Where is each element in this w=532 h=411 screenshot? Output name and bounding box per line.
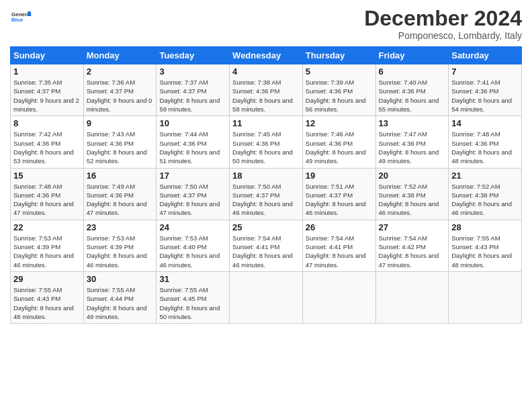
day-info: Sunrise: 7:39 AMSunset: 4:36 PMDaylight:…	[306, 79, 366, 113]
day-info: Sunrise: 7:50 AMSunset: 4:37 PMDaylight:…	[232, 183, 293, 217]
day-number: 5	[306, 66, 373, 77]
day-cell: 11 Sunrise: 7:45 AMSunset: 4:36 PMDaylig…	[230, 116, 303, 168]
day-cell: 18 Sunrise: 7:50 AMSunset: 4:37 PMDaylig…	[230, 168, 303, 220]
day-info: Sunrise: 7:49 AMSunset: 4:36 PMDaylight:…	[87, 183, 147, 217]
day-info: Sunrise: 7:44 AMSunset: 4:36 PMDaylight:…	[159, 130, 220, 165]
week-row-1: 1 Sunrise: 7:35 AMSunset: 4:37 PMDayligh…	[11, 64, 522, 116]
day-info: Sunrise: 7:35 AMSunset: 4:37 PMDaylight:…	[13, 79, 79, 113]
day-number: 24	[159, 222, 226, 232]
day-cell: 16 Sunrise: 7:49 AMSunset: 4:36 PMDaylig…	[83, 168, 157, 220]
day-info: Sunrise: 7:55 AMSunset: 4:45 PMDaylight:…	[159, 286, 220, 320]
day-cell: 2 Sunrise: 7:36 AMSunset: 4:37 PMDayligh…	[83, 64, 157, 116]
day-number: 23	[87, 222, 154, 232]
day-cell: 13 Sunrise: 7:47 AMSunset: 4:36 PMDaylig…	[375, 116, 449, 168]
day-cell	[230, 271, 303, 323]
day-number: 31	[159, 274, 226, 284]
header-tuesday: Tuesday	[157, 47, 230, 64]
week-row-5: 29 Sunrise: 7:55 AMSunset: 4:43 PMDaylig…	[11, 271, 522, 323]
day-cell: 31 Sunrise: 7:55 AMSunset: 4:45 PMDaylig…	[157, 271, 230, 323]
day-cell: 9 Sunrise: 7:43 AMSunset: 4:36 PMDayligh…	[83, 116, 157, 168]
day-cell: 15 Sunrise: 7:48 AMSunset: 4:36 PMDaylig…	[11, 168, 84, 220]
day-info: Sunrise: 7:53 AMSunset: 4:40 PMDaylight:…	[159, 234, 220, 269]
day-number: 28	[451, 222, 519, 232]
day-number: 7	[451, 66, 519, 77]
main-title: December 2024	[364, 7, 522, 30]
logo: General Blue	[10, 7, 32, 30]
day-info: Sunrise: 7:54 AMSunset: 4:42 PMDaylight:…	[379, 234, 439, 269]
day-number: 18	[232, 171, 300, 181]
day-cell: 22 Sunrise: 7:53 AMSunset: 4:39 PMDaylig…	[11, 220, 84, 271]
day-number: 27	[379, 222, 446, 232]
day-info: Sunrise: 7:45 AMSunset: 4:36 PMDaylight:…	[232, 130, 293, 165]
day-number: 1	[13, 66, 81, 77]
day-number: 25	[232, 222, 300, 232]
day-number: 9	[87, 118, 154, 128]
title-block: December 2024 Pomponesco, Lombardy, Ital…	[364, 7, 522, 41]
subtitle: Pomponesco, Lombardy, Italy	[364, 30, 522, 41]
header-monday: Monday	[83, 47, 157, 64]
day-cell	[449, 271, 522, 323]
calendar-table: SundayMondayTuesdayWednesdayThursdayFrid…	[10, 46, 522, 324]
day-cell: 3 Sunrise: 7:37 AMSunset: 4:37 PMDayligh…	[157, 64, 230, 116]
day-info: Sunrise: 7:40 AMSunset: 4:36 PMDaylight:…	[379, 79, 439, 113]
day-info: Sunrise: 7:42 AMSunset: 4:36 PMDaylight:…	[13, 130, 74, 165]
week-row-4: 22 Sunrise: 7:53 AMSunset: 4:39 PMDaylig…	[11, 220, 522, 271]
day-info: Sunrise: 7:53 AMSunset: 4:39 PMDaylight:…	[87, 234, 147, 269]
day-info: Sunrise: 7:47 AMSunset: 4:36 PMDaylight:…	[379, 130, 439, 165]
day-cell: 24 Sunrise: 7:53 AMSunset: 4:40 PMDaylig…	[157, 220, 230, 271]
day-cell: 21 Sunrise: 7:52 AMSunset: 4:38 PMDaylig…	[449, 168, 522, 220]
day-number: 8	[13, 118, 81, 128]
day-cell: 10 Sunrise: 7:44 AMSunset: 4:36 PMDaylig…	[157, 116, 230, 168]
day-number: 3	[159, 66, 226, 77]
header-wednesday: Wednesday	[230, 47, 303, 64]
header-thursday: Thursday	[302, 47, 375, 64]
day-cell: 4 Sunrise: 7:38 AMSunset: 4:36 PMDayligh…	[230, 64, 303, 116]
week-row-3: 15 Sunrise: 7:48 AMSunset: 4:36 PMDaylig…	[11, 168, 522, 220]
day-info: Sunrise: 7:52 AMSunset: 4:38 PMDaylight:…	[451, 183, 512, 217]
day-number: 13	[379, 118, 446, 128]
day-cell: 29 Sunrise: 7:55 AMSunset: 4:43 PMDaylig…	[11, 271, 84, 323]
day-cell: 17 Sunrise: 7:50 AMSunset: 4:37 PMDaylig…	[157, 168, 230, 220]
day-cell: 12 Sunrise: 7:46 AMSunset: 4:36 PMDaylig…	[302, 116, 375, 168]
day-number: 26	[306, 222, 373, 232]
header-saturday: Saturday	[449, 47, 522, 64]
day-info: Sunrise: 7:50 AMSunset: 4:37 PMDaylight:…	[159, 183, 220, 217]
day-number: 4	[232, 66, 300, 77]
day-info: Sunrise: 7:48 AMSunset: 4:36 PMDaylight:…	[13, 183, 74, 217]
day-cell: 28 Sunrise: 7:55 AMSunset: 4:43 PMDaylig…	[449, 220, 522, 271]
day-info: Sunrise: 7:52 AMSunset: 4:38 PMDaylight:…	[379, 183, 439, 217]
day-number: 12	[306, 118, 373, 128]
day-info: Sunrise: 7:36 AMSunset: 4:37 PMDaylight:…	[87, 79, 152, 113]
header-friday: Friday	[375, 47, 449, 64]
day-number: 17	[159, 171, 226, 181]
day-cell: 20 Sunrise: 7:52 AMSunset: 4:38 PMDaylig…	[375, 168, 449, 220]
header: General Blue December 2024 Pomponesco, L…	[10, 7, 522, 41]
day-number: 6	[379, 66, 446, 77]
header-row: SundayMondayTuesdayWednesdayThursdayFrid…	[11, 47, 522, 64]
day-cell: 23 Sunrise: 7:53 AMSunset: 4:39 PMDaylig…	[83, 220, 157, 271]
day-cell: 7 Sunrise: 7:41 AMSunset: 4:36 PMDayligh…	[449, 64, 522, 116]
day-cell: 5 Sunrise: 7:39 AMSunset: 4:36 PMDayligh…	[302, 64, 375, 116]
day-cell: 14 Sunrise: 7:48 AMSunset: 4:36 PMDaylig…	[449, 116, 522, 168]
day-cell: 19 Sunrise: 7:51 AMSunset: 4:37 PMDaylig…	[302, 168, 375, 220]
header-sunday: Sunday	[11, 47, 84, 64]
day-cell: 26 Sunrise: 7:54 AMSunset: 4:41 PMDaylig…	[302, 220, 375, 271]
day-cell: 27 Sunrise: 7:54 AMSunset: 4:42 PMDaylig…	[375, 220, 449, 271]
day-number: 16	[87, 171, 154, 181]
calendar-page: General Blue December 2024 Pomponesco, L…	[0, 0, 532, 411]
day-info: Sunrise: 7:43 AMSunset: 4:36 PMDaylight:…	[87, 130, 147, 165]
svg-text:Blue: Blue	[11, 17, 24, 23]
day-number: 29	[13, 274, 81, 284]
logo-icon: General Blue	[11, 7, 32, 27]
day-info: Sunrise: 7:53 AMSunset: 4:39 PMDaylight:…	[13, 234, 74, 269]
day-number: 2	[87, 66, 154, 77]
week-row-2: 8 Sunrise: 7:42 AMSunset: 4:36 PMDayligh…	[11, 116, 522, 168]
day-cell: 30 Sunrise: 7:55 AMSunset: 4:44 PMDaylig…	[83, 271, 157, 323]
day-number: 22	[13, 222, 81, 232]
day-info: Sunrise: 7:41 AMSunset: 4:36 PMDaylight:…	[451, 79, 512, 113]
day-cell	[375, 271, 449, 323]
day-info: Sunrise: 7:54 AMSunset: 4:41 PMDaylight:…	[306, 234, 366, 269]
day-cell: 6 Sunrise: 7:40 AMSunset: 4:36 PMDayligh…	[375, 64, 449, 116]
day-number: 30	[87, 274, 154, 284]
day-number: 11	[232, 118, 300, 128]
